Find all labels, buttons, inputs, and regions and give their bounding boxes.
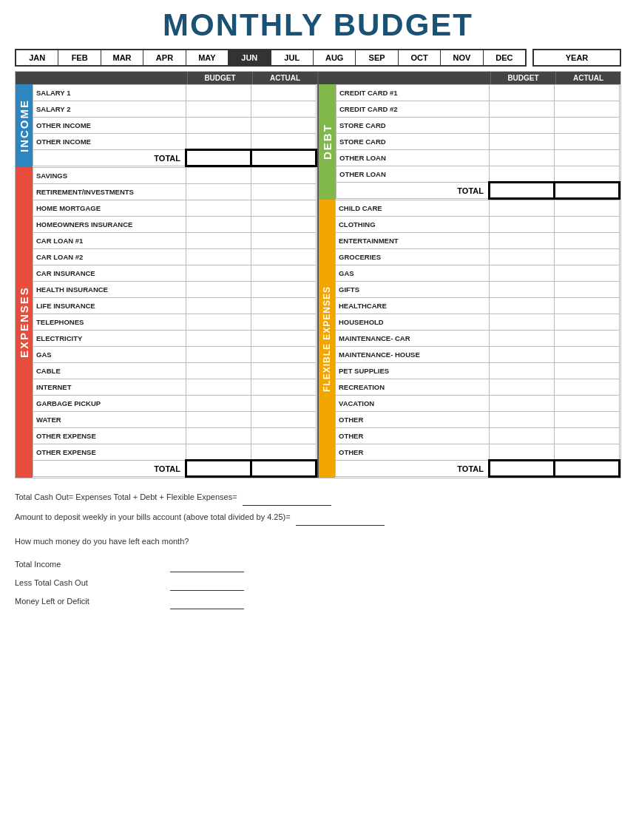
debt-actual-2[interactable] xyxy=(555,118,620,134)
debt-budget-5[interactable] xyxy=(490,166,555,183)
exp-actual-10[interactable] xyxy=(251,331,317,347)
debt-total-actual[interactable] xyxy=(555,183,620,199)
debt-actual-5[interactable] xyxy=(555,166,620,183)
year-tab[interactable]: YEAR xyxy=(532,49,621,67)
exp-budget-12[interactable] xyxy=(186,363,251,379)
debt-total-budget[interactable] xyxy=(490,183,555,199)
exp-budget-1[interactable] xyxy=(186,184,251,200)
tab-nov[interactable]: NOV xyxy=(441,50,483,65)
tab-sep[interactable]: SEP xyxy=(356,50,398,65)
tab-may[interactable]: MAY xyxy=(186,50,229,65)
exp-actual-11[interactable] xyxy=(251,347,317,363)
exp-actual-1[interactable] xyxy=(251,184,317,200)
debt-budget-1[interactable] xyxy=(490,101,555,118)
debt-actual-1[interactable] xyxy=(555,101,620,118)
flex-actual-1[interactable] xyxy=(555,217,620,233)
flex-actual-7[interactable] xyxy=(555,314,620,331)
tab-oct[interactable]: OCT xyxy=(399,50,441,65)
flex-budget-4[interactable] xyxy=(490,265,555,282)
flex-budget-10[interactable] xyxy=(490,363,555,379)
exp-budget-15[interactable] xyxy=(186,412,251,428)
exp-actual-12[interactable] xyxy=(251,363,317,379)
flex-actual-9[interactable] xyxy=(555,347,620,363)
flex-actual-2[interactable] xyxy=(555,233,620,249)
exp-actual-4[interactable] xyxy=(251,233,317,249)
tab-jan[interactable]: JAN xyxy=(16,50,58,65)
tab-jul[interactable]: JUL xyxy=(271,50,314,65)
flex-actual-11[interactable] xyxy=(555,379,620,396)
exp-budget-6[interactable] xyxy=(186,265,251,282)
exp-budget-3[interactable] xyxy=(186,217,251,233)
income-budget-1[interactable] xyxy=(186,101,251,118)
exp-actual-0[interactable] xyxy=(251,168,317,184)
flex-actual-3[interactable] xyxy=(555,249,620,265)
flex-budget-5[interactable] xyxy=(490,282,555,298)
exp-actual-14[interactable] xyxy=(251,396,317,412)
flex-actual-15[interactable] xyxy=(555,444,620,461)
expenses-total-actual[interactable] xyxy=(251,461,317,477)
tab-feb[interactable]: FEB xyxy=(58,50,101,65)
flex-actual-4[interactable] xyxy=(555,265,620,282)
debt-actual-4[interactable] xyxy=(555,150,620,166)
income-budget-3[interactable] xyxy=(186,134,251,150)
summary-item-value-0[interactable] xyxy=(170,555,244,572)
exp-actual-15[interactable] xyxy=(251,412,317,428)
income-actual-1[interactable] xyxy=(251,101,317,118)
income-budget-2[interactable] xyxy=(186,118,251,134)
flex-actual-12[interactable] xyxy=(555,396,620,412)
flexible-total-budget[interactable] xyxy=(490,461,555,477)
flex-actual-0[interactable] xyxy=(555,200,620,217)
flex-actual-10[interactable] xyxy=(555,363,620,379)
exp-budget-17[interactable] xyxy=(186,444,251,461)
income-total-actual[interactable] xyxy=(251,150,317,166)
income-total-budget[interactable] xyxy=(186,150,251,166)
exp-actual-13[interactable] xyxy=(251,379,317,396)
exp-budget-9[interactable] xyxy=(186,314,251,331)
exp-budget-2[interactable] xyxy=(186,200,251,217)
income-actual-0[interactable] xyxy=(251,85,317,101)
debt-budget-2[interactable] xyxy=(490,118,555,134)
flex-actual-13[interactable] xyxy=(555,412,620,428)
summary-item-value-2[interactable] xyxy=(170,592,244,609)
flex-budget-6[interactable] xyxy=(490,298,555,314)
exp-budget-14[interactable] xyxy=(186,396,251,412)
flex-budget-7[interactable] xyxy=(490,314,555,331)
summary-item-value-1[interactable] xyxy=(170,574,244,591)
exp-budget-4[interactable] xyxy=(186,233,251,249)
tab-apr[interactable]: APR xyxy=(143,50,186,65)
expenses-total-budget[interactable] xyxy=(186,461,251,477)
exp-budget-13[interactable] xyxy=(186,379,251,396)
debt-actual-0[interactable] xyxy=(555,85,620,101)
tab-aug[interactable]: AUG xyxy=(314,50,356,65)
exp-budget-8[interactable] xyxy=(186,298,251,314)
exp-actual-2[interactable] xyxy=(251,200,317,217)
flex-budget-8[interactable] xyxy=(490,331,555,347)
exp-budget-0[interactable] xyxy=(186,168,251,184)
flex-budget-13[interactable] xyxy=(490,412,555,428)
flex-budget-12[interactable] xyxy=(490,396,555,412)
flex-actual-14[interactable] xyxy=(555,428,620,444)
exp-budget-11[interactable] xyxy=(186,347,251,363)
flex-budget-1[interactable] xyxy=(490,217,555,233)
tab-jun[interactable]: JUN xyxy=(229,50,271,65)
debt-budget-0[interactable] xyxy=(490,85,555,101)
flex-budget-2[interactable] xyxy=(490,233,555,249)
flexible-total-actual[interactable] xyxy=(555,461,620,477)
flex-actual-5[interactable] xyxy=(555,282,620,298)
exp-actual-5[interactable] xyxy=(251,249,317,265)
summary-field-2[interactable] xyxy=(296,509,385,526)
exp-actual-3[interactable] xyxy=(251,217,317,233)
flex-budget-9[interactable] xyxy=(490,347,555,363)
exp-actual-8[interactable] xyxy=(251,298,317,314)
flex-budget-15[interactable] xyxy=(490,444,555,461)
exp-actual-17[interactable] xyxy=(251,444,317,461)
debt-actual-3[interactable] xyxy=(555,134,620,150)
flex-budget-14[interactable] xyxy=(490,428,555,444)
flex-budget-11[interactable] xyxy=(490,379,555,396)
debt-budget-4[interactable] xyxy=(490,150,555,166)
exp-actual-16[interactable] xyxy=(251,428,317,444)
tab-mar[interactable]: MAR xyxy=(101,50,143,65)
exp-actual-7[interactable] xyxy=(251,282,317,298)
flex-actual-6[interactable] xyxy=(555,298,620,314)
exp-budget-10[interactable] xyxy=(186,331,251,347)
